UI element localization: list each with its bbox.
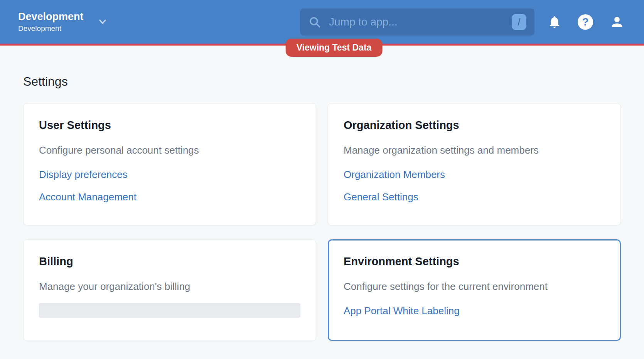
- environment-name: Development: [18, 10, 84, 23]
- notifications-button[interactable]: [548, 15, 561, 29]
- user-icon: [609, 14, 625, 30]
- header-actions: ?: [548, 0, 625, 44]
- link-organization-members[interactable]: Organization Members: [344, 164, 445, 186]
- billing-loading-skeleton: [39, 303, 300, 318]
- link-display-preferences[interactable]: Display preferences: [39, 164, 128, 186]
- page-title: Settings: [23, 74, 621, 89]
- help-icon: ?: [578, 14, 593, 30]
- help-button[interactable]: ?: [578, 14, 593, 30]
- settings-cards-grid: User Settings Configure personal account…: [23, 103, 621, 341]
- card-organization-settings: Organization Settings Manage organizatio…: [328, 103, 621, 225]
- card-billing: Billing Manage your organization's billi…: [23, 239, 316, 341]
- card-title: Environment Settings: [344, 254, 605, 268]
- card-title: Billing: [39, 254, 300, 268]
- card-description: Configure personal account settings: [39, 144, 300, 157]
- environment-switcher[interactable]: Development Development: [18, 10, 108, 33]
- link-app-portal-white-labeling[interactable]: App Portal White Labeling: [344, 300, 460, 322]
- card-description: Manage your organization's billing: [39, 280, 300, 293]
- environment-subtitle: Development: [18, 24, 84, 33]
- test-data-badge[interactable]: Viewing Test Data: [286, 39, 383, 57]
- card-description: Configure settings for the current envir…: [344, 280, 605, 293]
- search-shortcut-key: /: [512, 14, 526, 30]
- link-general-settings[interactable]: General Settings: [344, 186, 418, 208]
- top-header: Development Development Jump to app... /: [0, 0, 644, 44]
- chevron-down-icon: [97, 16, 108, 28]
- search-placeholder: Jump to app...: [329, 16, 512, 28]
- settings-page: Settings User Settings Configure persona…: [0, 74, 644, 341]
- card-title: User Settings: [39, 118, 300, 132]
- card-user-settings: User Settings Configure personal account…: [23, 103, 316, 225]
- search-icon: [308, 15, 321, 29]
- user-menu-button[interactable]: [609, 14, 625, 30]
- card-description: Manage organization settings and members: [344, 144, 605, 157]
- link-account-management[interactable]: Account Management: [39, 186, 137, 208]
- card-title: Organization Settings: [344, 118, 605, 132]
- bell-icon: [548, 15, 561, 29]
- environment-labels: Development Development: [18, 10, 84, 33]
- search-input[interactable]: Jump to app... /: [300, 8, 534, 36]
- card-environment-settings: Environment Settings Configure settings …: [328, 239, 621, 341]
